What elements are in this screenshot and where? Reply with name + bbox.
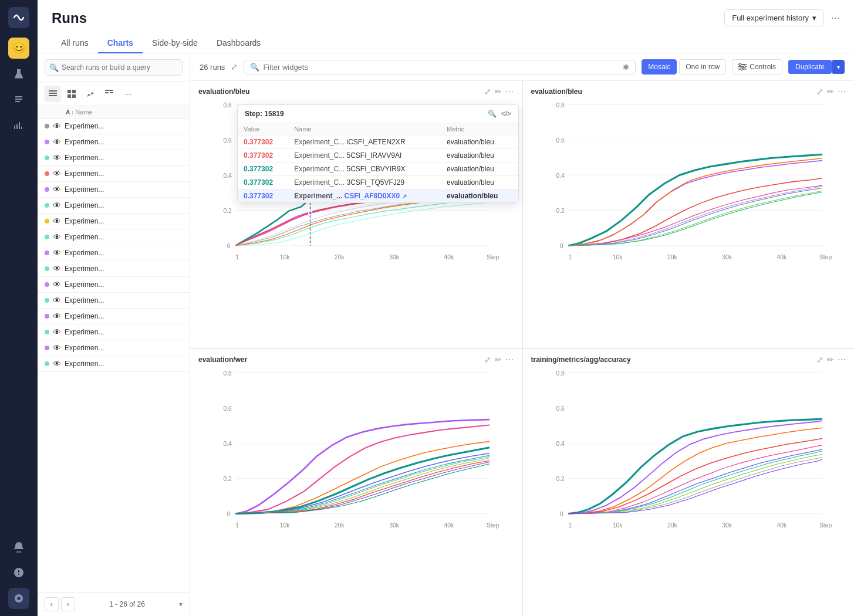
tooltip-code-icon[interactable]: </>: [501, 110, 511, 118]
edit-chart-2-icon[interactable]: ✏: [827, 87, 834, 96]
expand-chart-2-icon[interactable]: ⤢: [816, 87, 823, 96]
mosaic-view-button[interactable]: Mosaic: [642, 59, 677, 75]
svg-text:0.2: 0.2: [556, 476, 565, 482]
list-item[interactable]: 👁 Experimen...: [38, 166, 190, 182]
table-view-button[interactable]: [101, 86, 117, 102]
edit-chart-3-icon[interactable]: ✏: [495, 355, 502, 364]
chart-view-button[interactable]: [82, 86, 99, 102]
app-logo[interactable]: [8, 7, 29, 28]
tooltip-value: 0.377302: [238, 136, 288, 149]
run-visibility-icon[interactable]: 👁: [53, 169, 61, 178]
list-item[interactable]: 👁 Experimen...: [38, 340, 190, 356]
list-item[interactable]: 👁 Experimen...: [38, 198, 190, 214]
list-view-button[interactable]: [45, 86, 61, 102]
expand-chart-4-icon[interactable]: ⤢: [816, 355, 823, 364]
tooltip-metric: evaluation/bleu: [441, 189, 518, 203]
expand-chart-3-icon[interactable]: ⤢: [484, 355, 491, 364]
controls-label: Controls: [750, 63, 776, 71]
list-item[interactable]: 👁 Experimen...: [38, 245, 190, 261]
run-visibility-icon[interactable]: 👁: [53, 264, 61, 273]
col-sort-button[interactable]: A ↕ Name: [66, 109, 93, 116]
list-item[interactable]: 👁 Experimen...: [38, 293, 190, 309]
nav-bell-icon[interactable]: [8, 536, 29, 557]
tooltip-col-value: Value: [238, 123, 288, 136]
run-visibility-icon[interactable]: 👁: [53, 343, 61, 353]
svg-text:0.4: 0.4: [556, 441, 565, 447]
run-visibility-icon[interactable]: 👁: [53, 153, 61, 163]
expand-chart-icon[interactable]: ⤢: [484, 87, 491, 96]
list-item[interactable]: 👁 Experimen...: [38, 261, 190, 277]
run-name-label: Experimen...: [65, 138, 183, 146]
chart-actions-2: ⤢ ✏ ⋯: [816, 87, 846, 96]
nav-chart-icon[interactable]: [8, 115, 29, 136]
edit-chart-icon[interactable]: ✏: [495, 87, 502, 96]
run-visibility-icon[interactable]: 👁: [53, 216, 61, 226]
grid-view-button[interactable]: [63, 86, 80, 102]
list-item[interactable]: 👁 Experimen...: [38, 182, 190, 198]
filter-widgets-input[interactable]: [263, 63, 623, 72]
run-count: 26 runs: [200, 63, 225, 72]
next-page-button[interactable]: ›: [61, 597, 75, 611]
run-visibility-icon[interactable]: 👁: [53, 359, 61, 368]
tab-dashboards[interactable]: Dashboards: [207, 33, 271, 53]
list-item[interactable]: 👁 Experimen...: [38, 119, 190, 134]
search-icon: 🔍: [49, 63, 59, 72]
list-item[interactable]: 👁 Experimen...: [38, 214, 190, 229]
expand-icon[interactable]: ⤢: [231, 62, 238, 72]
sidebar-toolbar: ···: [38, 82, 190, 106]
chart-header-3: evaluation/wer ⤢ ✏ ⋯: [190, 349, 522, 367]
run-name-label: Experimen...: [65, 201, 183, 209]
run-name-label: Experimen...: [65, 154, 183, 162]
full-history-button[interactable]: Full experiment history ▾: [724, 9, 824, 26]
header-more-icon[interactable]: ···: [831, 12, 840, 24]
more-chart-2-icon[interactable]: ⋯: [838, 87, 846, 96]
pagination-dropdown-icon[interactable]: ▾: [179, 600, 183, 608]
run-visibility-icon[interactable]: 👁: [53, 280, 61, 289]
chart-panel-eval-wer: evaluation/wer ⤢ ✏ ⋯ 0.8 0.6 0.4 0.2: [190, 348, 522, 616]
svg-text:0.8: 0.8: [556, 370, 565, 377]
list-item[interactable]: 👁 Experimen...: [38, 309, 190, 324]
view-buttons: Mosaic One in row: [642, 59, 726, 75]
run-visibility-icon[interactable]: 👁: [53, 296, 61, 305]
svg-rect-2: [49, 95, 57, 96]
svg-text:0.6: 0.6: [223, 405, 232, 412]
prev-page-button[interactable]: ‹: [45, 597, 59, 611]
one-in-row-view-button[interactable]: One in row: [679, 59, 726, 75]
tooltip-search-icon[interactable]: 🔍: [488, 110, 497, 118]
list-item[interactable]: 👁 Experimen...: [38, 324, 190, 340]
run-visibility-icon[interactable]: 👁: [53, 185, 61, 194]
nav-settings-icon[interactable]: [8, 588, 29, 609]
list-item[interactable]: 👁 Experimen...: [38, 356, 190, 372]
more-chart-4-icon[interactable]: ⋯: [838, 355, 846, 364]
list-item[interactable]: 👁 Experimen...: [38, 134, 190, 150]
workspace-emoji[interactable]: 😊: [8, 38, 29, 59]
list-item[interactable]: 👁 Experimen...: [38, 229, 190, 245]
tab-all-runs[interactable]: All runs: [52, 33, 98, 53]
tab-side-by-side[interactable]: Side-by-side: [143, 33, 207, 53]
more-chart-3-icon[interactable]: ⋯: [505, 355, 514, 364]
search-input[interactable]: [45, 59, 183, 76]
run-visibility-icon[interactable]: 👁: [53, 327, 61, 337]
nav-help-icon[interactable]: [8, 562, 29, 583]
nav-flask-icon[interactable]: [8, 63, 29, 84]
run-visibility-icon[interactable]: 👁: [53, 248, 61, 258]
nav-docs-icon[interactable]: [8, 89, 29, 110]
list-item[interactable]: 👁 Experimen...: [38, 150, 190, 166]
more-options-button[interactable]: ···: [120, 86, 136, 102]
list-item[interactable]: 👁 Experimen...: [38, 277, 190, 293]
duplicate-button[interactable]: Duplicate: [788, 60, 832, 74]
controls-button[interactable]: Controls: [732, 59, 782, 75]
run-visibility-icon[interactable]: 👁: [53, 232, 61, 242]
edit-chart-4-icon[interactable]: ✏: [827, 355, 834, 364]
run-name-label: Experimen...: [65, 344, 183, 352]
run-visibility-icon[interactable]: 👁: [53, 312, 61, 321]
more-chart-icon[interactable]: ⋯: [505, 87, 514, 96]
run-color-dot: [45, 235, 49, 239]
tab-charts[interactable]: Charts: [98, 33, 143, 53]
duplicate-dropdown-button[interactable]: ▾: [832, 60, 845, 74]
run-visibility-icon[interactable]: 👁: [53, 137, 61, 147]
run-visibility-icon[interactable]: 👁: [53, 121, 61, 131]
tooltip-col-metric: Metric: [441, 123, 518, 136]
chart-svg-2: 0.8 0.6 0.4 0.2 0 1 10k 20k 30k 40k Step: [528, 99, 850, 269]
run-visibility-icon[interactable]: 👁: [53, 201, 61, 210]
